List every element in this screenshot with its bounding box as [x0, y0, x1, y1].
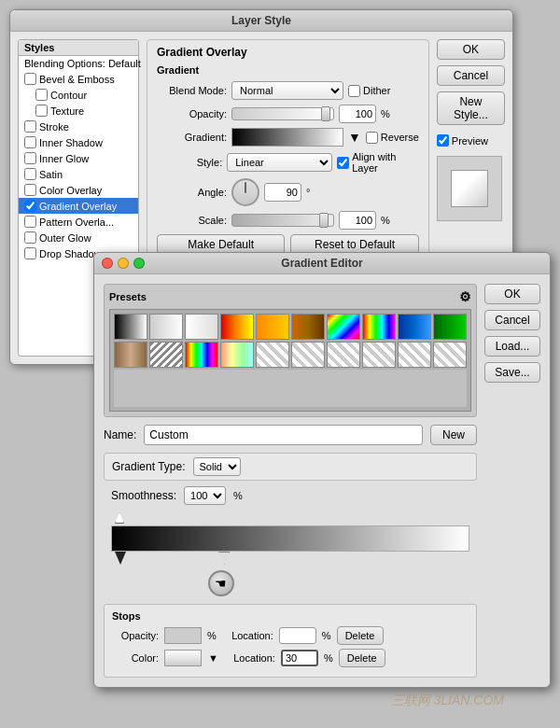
preset-empty-5[interactable] — [398, 342, 431, 368]
ge-type-select[interactable]: Solid — [193, 457, 241, 476]
preset-black-white[interactable] — [114, 314, 147, 340]
hand-icon: ☚ — [215, 576, 227, 591]
blend-mode-select[interactable]: Normal — [231, 81, 343, 100]
ge-cancel-button[interactable]: Cancel — [484, 310, 540, 330]
close-button[interactable] — [102, 258, 113, 269]
gradient-bar[interactable] — [111, 525, 469, 552]
presets-section: Presets ⚙ — [104, 284, 477, 417]
scale-slider-thumb[interactable] — [319, 213, 329, 228]
gradient-preview-box[interactable] — [231, 128, 343, 147]
gradient-editor-titlebar: Gradient Editor — [94, 253, 550, 274]
ge-smooth-select[interactable]: 100 — [184, 486, 226, 505]
new-style-button[interactable]: New Style... — [437, 91, 505, 125]
preset-empty-1[interactable] — [256, 342, 289, 368]
opacity-color-box[interactable] — [164, 627, 202, 644]
sidebar-item-inner-shadow[interactable]: Inner Shadow — [19, 134, 138, 150]
sidebar-item-inner-glow[interactable]: Inner Glow — [19, 150, 138, 166]
color-stop-white[interactable] — [218, 552, 230, 565]
preset-5[interactable] — [256, 314, 289, 340]
reverse-checkbox[interactable] — [366, 132, 378, 144]
color-dropdown-icon[interactable]: ▼ — [208, 652, 218, 664]
scale-slider-track[interactable] — [231, 214, 334, 227]
ge-load-button[interactable]: Load... — [484, 336, 540, 357]
opacity-location-input[interactable] — [279, 627, 316, 644]
sidebar-item-satin[interactable]: Satin — [19, 166, 138, 182]
cancel-button[interactable]: Cancel — [437, 65, 505, 86]
presets-row-2 — [114, 342, 467, 368]
opacity-stop-label: Opacity: — [112, 630, 159, 641]
scale-unit: % — [381, 215, 390, 226]
preset-empty-4[interactable] — [362, 342, 396, 368]
preset-12[interactable] — [149, 342, 183, 368]
ge-smooth-unit: % — [233, 490, 243, 501]
opacity-slider-container — [231, 107, 334, 120]
ge-name-label: Name: — [104, 428, 136, 441]
preset-6[interactable] — [291, 314, 325, 340]
sidebar-item-outer-glow[interactable]: Outer Glow — [19, 230, 138, 245]
preview-checkbox[interactable] — [437, 134, 449, 147]
ok-button[interactable]: OK — [437, 39, 505, 60]
color-location-input[interactable] — [281, 650, 318, 666]
opacity-slider-thumb[interactable] — [321, 106, 330, 121]
maximize-button[interactable] — [133, 258, 145, 269]
angle-input[interactable] — [264, 183, 301, 202]
delete-color-button[interactable]: Delete — [339, 649, 385, 667]
sidebar-item-color-overlay[interactable]: Color Overlay — [19, 182, 138, 198]
preset-9[interactable] — [398, 314, 431, 340]
minimize-button[interactable] — [118, 258, 129, 269]
sidebar-item-stroke[interactable]: Stroke — [19, 119, 138, 134]
ge-type-label: Gradient Type: — [112, 460, 186, 473]
color-stop-color-box[interactable] — [164, 650, 202, 666]
preset-empty-6[interactable] — [433, 342, 467, 368]
align-layer-checkbox[interactable] — [337, 157, 349, 169]
scale-input[interactable] — [339, 211, 376, 230]
gradient-dropdown-arrow[interactable]: ▼ — [348, 130, 361, 145]
preset-empty-3[interactable] — [327, 342, 360, 368]
section-title-gradient-overlay: Gradient Overlay — [157, 46, 419, 59]
sidebar-item-bevel[interactable]: Bevel & Emboss — [19, 71, 138, 87]
preset-transparent[interactable] — [149, 314, 183, 340]
preset-10[interactable] — [433, 314, 467, 340]
preset-13[interactable] — [185, 342, 218, 368]
opacity-slider-track[interactable] — [231, 107, 334, 120]
presets-header: Presets ⚙ — [109, 289, 471, 304]
stop-circle-indicator[interactable]: ☚ — [208, 570, 234, 596]
preset-8[interactable] — [362, 314, 396, 340]
delete-opacity-button[interactable]: Delete — [337, 626, 384, 645]
preset-empty-2[interactable] — [291, 342, 325, 368]
sidebar-item-texture[interactable]: Texture — [19, 103, 138, 119]
opacity-location-label: Location: — [222, 630, 273, 641]
color-stop-black[interactable] — [115, 552, 126, 565]
ge-name-input[interactable] — [144, 425, 423, 445]
color-location-label: Location: — [224, 652, 275, 664]
angle-dial[interactable] — [231, 178, 259, 206]
presets-title: Presets — [109, 291, 147, 302]
ge-right-buttons: OK Cancel Load... Save... — [484, 284, 540, 678]
preset-14[interactable] — [220, 342, 254, 368]
opacity-stop-left[interactable] — [115, 512, 124, 524]
dither-checkbox[interactable] — [348, 85, 360, 97]
opacity-location-unit: % — [322, 630, 331, 641]
preset-11[interactable] — [114, 342, 147, 368]
opacity-input[interactable] — [339, 105, 376, 123]
scale-slider-container — [231, 214, 334, 227]
presets-grid-container — [109, 309, 471, 412]
gradient-overlay-section: Gradient Overlay Gradient Blend Mode: No… — [147, 39, 429, 261]
gradient-editor-body: Presets ⚙ — [94, 274, 550, 687]
style-select[interactable]: Linear — [227, 153, 332, 172]
opacity-unit: % — [381, 108, 390, 119]
sidebar-item-blending[interactable]: Blending Options: Default — [19, 56, 138, 71]
sidebar-item-pattern-overlay[interactable]: Pattern Overla... — [19, 214, 138, 230]
align-layer-label: Align with Layer — [337, 151, 419, 174]
gear-icon[interactable]: ⚙ — [459, 289, 471, 304]
stops-title: Stops — [112, 610, 469, 622]
ge-new-button[interactable]: New — [430, 425, 477, 445]
gradient-editor-dialog: Gradient Editor Presets ⚙ — [93, 252, 551, 688]
ge-save-button[interactable]: Save... — [484, 362, 540, 383]
preset-7[interactable] — [327, 314, 360, 340]
sidebar-item-gradient-overlay[interactable]: Gradient Overlay — [19, 198, 138, 214]
sidebar-item-contour[interactable]: Contour — [19, 87, 138, 103]
preset-4[interactable] — [220, 314, 254, 340]
preset-3[interactable] — [185, 314, 218, 340]
ge-ok-button[interactable]: OK — [484, 284, 540, 304]
